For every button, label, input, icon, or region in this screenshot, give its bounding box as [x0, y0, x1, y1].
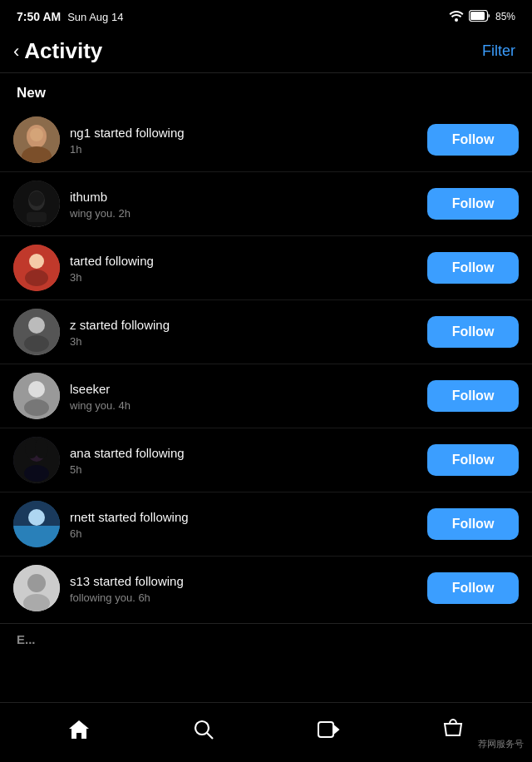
activity-time: following you. 6h — [70, 591, 417, 604]
activity-time: 1h — [70, 143, 417, 156]
avatar[interactable] — [13, 116, 60, 163]
follow-button[interactable]: Follow — [427, 380, 519, 412]
follow-button[interactable]: Follow — [427, 188, 519, 220]
activity-item: s13 started following following you. 6h … — [0, 556, 532, 620]
svg-point-18 — [28, 381, 45, 398]
activity-time: wing you. 2h — [70, 207, 417, 220]
activity-text: tarted following — [70, 252, 417, 270]
video-icon — [317, 718, 340, 747]
svg-point-15 — [28, 317, 45, 334]
follow-button[interactable]: Follow — [427, 316, 519, 348]
svg-marker-34 — [333, 725, 338, 734]
follow-button[interactable]: Follow — [427, 508, 519, 540]
nav-search[interactable] — [141, 703, 266, 762]
filter-button[interactable]: Filter — [482, 42, 515, 60]
nav-shop[interactable] — [391, 703, 515, 762]
svg-rect-2 — [470, 12, 485, 20]
svg-point-24 — [24, 465, 49, 482]
avatar[interactable] — [13, 437, 60, 483]
follow-button[interactable]: Follow — [427, 124, 519, 156]
activity-item: ana started following 5h Follow — [0, 428, 532, 492]
activity-text-wrap: ana started following 5h — [70, 444, 417, 476]
follow-button[interactable]: Follow — [427, 252, 519, 284]
battery-icon — [469, 10, 490, 24]
activity-text-wrap: ithumb wing you. 2h — [70, 188, 417, 220]
activity-item: ithumb wing you. 2h Follow — [0, 171, 532, 235]
battery-percent: 85% — [495, 11, 515, 22]
home-icon — [67, 718, 91, 747]
activity-text-wrap: tarted following 3h — [70, 252, 417, 284]
activity-item: z started following 3h Follow — [0, 299, 532, 364]
activity-list: ng1 started following 1h Follow ithumb w… — [0, 108, 532, 620]
bottom-nav — [0, 702, 532, 762]
avatar[interactable] — [13, 565, 60, 611]
status-date: Sun Aug 14 — [67, 11, 123, 23]
svg-point-13 — [25, 270, 48, 286]
status-time: 7:50 AM — [17, 10, 61, 23]
new-section-label: New — [0, 73, 532, 108]
page-title: Activity — [24, 38, 102, 64]
activity-time: 3h — [70, 335, 417, 348]
svg-rect-10 — [27, 212, 47, 222]
activity-text: z started following — [70, 316, 417, 334]
activity-text-wrap: rnett started following 6h — [70, 508, 417, 540]
activity-time: 3h — [70, 271, 417, 284]
svg-line-32 — [207, 733, 213, 739]
svg-point-9 — [29, 191, 44, 206]
activity-text: ana started following — [70, 444, 417, 462]
activity-item: rnett started following 6h Follow — [0, 492, 532, 556]
activity-text-wrap: lseeker wing you. 4h — [70, 380, 417, 412]
avatar[interactable] — [13, 501, 60, 547]
svg-point-27 — [28, 509, 45, 526]
header: ‹ Activity Filter — [0, 30, 532, 73]
follow-button[interactable]: Follow — [427, 572, 519, 604]
svg-point-31 — [195, 721, 209, 735]
svg-rect-33 — [318, 722, 333, 737]
svg-point-29 — [27, 574, 46, 592]
avatar[interactable] — [13, 245, 60, 291]
activity-text: rnett started following — [70, 508, 417, 526]
wifi-icon — [449, 10, 464, 24]
activity-text: ithumb — [70, 188, 417, 205]
activity-text-wrap: z started following 3h — [70, 316, 417, 348]
avatar[interactable] — [13, 309, 60, 355]
activity-text-wrap: ng1 started following 1h — [70, 124, 417, 156]
nav-home[interactable] — [17, 703, 141, 762]
svg-point-19 — [24, 399, 49, 416]
activity-text: lseeker — [70, 380, 417, 398]
avatar[interactable] — [13, 373, 60, 419]
svg-point-12 — [29, 254, 44, 269]
header-left: ‹ Activity — [13, 38, 102, 64]
follow-button[interactable]: Follow — [427, 444, 519, 476]
activity-time: 6h — [70, 527, 417, 540]
svg-point-6 — [30, 128, 43, 141]
svg-rect-26 — [13, 526, 60, 547]
activity-text: ng1 started following — [70, 124, 417, 141]
search-icon — [193, 719, 214, 746]
activity-time: 5h — [70, 463, 417, 476]
svg-point-23 — [35, 438, 48, 458]
svg-point-30 — [23, 594, 50, 611]
status-icons: 85% — [449, 10, 515, 24]
svg-point-0 — [455, 18, 458, 22]
back-button[interactable]: ‹ — [13, 41, 19, 62]
status-bar: 7:50 AM Sun Aug 14 85% — [0, 0, 532, 30]
activity-item: lseeker wing you. 4h Follow — [0, 364, 532, 428]
shop-icon — [442, 718, 464, 747]
earlier-section-label: E... — [0, 623, 532, 651]
activity-item: ng1 started following 1h Follow — [0, 108, 532, 171]
activity-text-wrap: s13 started following following you. 6h — [70, 572, 417, 604]
nav-video[interactable] — [266, 703, 391, 762]
activity-time: wing you. 4h — [70, 399, 417, 412]
avatar[interactable] — [13, 181, 60, 227]
svg-point-16 — [24, 335, 49, 352]
activity-item: tarted following 3h Follow — [0, 235, 532, 299]
activity-text: s13 started following — [70, 572, 417, 590]
